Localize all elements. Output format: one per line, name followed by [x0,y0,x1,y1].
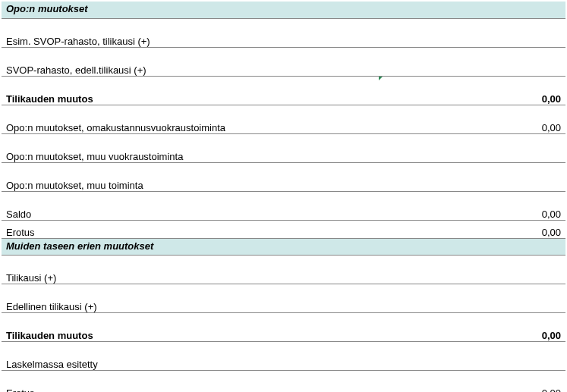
value-svop-tilikausi[interactable] [379,18,565,47]
row-saldo: Saldo 0,00 [2,191,565,220]
value-erotus-2: 0,00 [379,370,565,392]
error-indicator-icon [379,77,383,80]
label-svop-edell: SVOP-rahasto, edell.tilikausi (+) [2,47,379,76]
section2-header: Muiden taseen erien muutokset [2,238,379,255]
value-saldo: 0,00 [379,191,565,220]
row-edellinen-tilikausi: Edellinen tilikausi (+) [2,284,565,312]
label-saldo: Saldo [2,191,379,220]
row-erotus-2: Erotus 0,00 [2,370,565,392]
label-laskelmassa: Laskelmassa esitetty [2,341,379,370]
value-laskelmassa[interactable] [379,341,565,370]
value-tilikauden-muutos-1: 0,00 [379,76,565,105]
value-edellinen-tilikausi[interactable] [379,284,565,312]
row-tilikauden-muutos-1: Tilikauden muutos 0,00 [2,76,565,105]
label-erotus-2: Erotus [2,370,379,392]
value-opo-muu-vuokraus[interactable] [379,133,565,162]
label-tilikausi-plus: Tilikausi (+) [2,255,379,284]
row-tilikausi-plus: Tilikausi (+) [2,255,565,284]
value-tilikauden-muutos-2: 0,00 [379,312,565,341]
label-tilikauden-muutos-2: Tilikauden muutos [2,312,379,341]
row-erotus-1: Erotus 0,00 [2,220,565,238]
finance-table: Opo:n muutokset Esim. SVOP-rahasto, tili… [2,2,565,392]
row-opo-muu-toiminta: Opo:n muutokset, muu toiminta [2,162,565,191]
row-laskelmassa: Laskelmassa esitetty [2,341,565,370]
label-erotus-1: Erotus [2,220,379,238]
value-svop-edell[interactable] [379,47,565,76]
row-svop-tilikausi: Esim. SVOP-rahasto, tilikausi (+) [2,18,565,47]
row-svop-edell: SVOP-rahasto, edell.tilikausi (+) [2,47,565,76]
section2-header-value [379,238,565,255]
label-svop-tilikausi: Esim. SVOP-rahasto, tilikausi (+) [2,18,379,47]
section1-header-value [379,2,565,18]
row-opo-omakustannus: Opo:n muutokset, omakustannusvuokraustoi… [2,105,565,133]
section1-header: Opo:n muutokset [2,2,379,18]
value-opo-omakustannus[interactable]: 0,00 [379,105,565,133]
label-tilikauden-muutos-1: Tilikauden muutos [2,76,379,105]
label-opo-muu-toiminta: Opo:n muutokset, muu toiminta [2,162,379,191]
section1-header-row: Opo:n muutokset [2,2,565,18]
value-opo-muu-toiminta[interactable] [379,162,565,191]
label-edellinen-tilikausi: Edellinen tilikausi (+) [2,284,379,312]
row-opo-muu-vuokraus: Opo:n muutokset, muu vuokraustoiminta [2,133,565,162]
row-tilikauden-muutos-2: Tilikauden muutos 0,00 [2,312,565,341]
value-tilikausi-plus[interactable] [379,255,565,284]
label-opo-muu-vuokraus: Opo:n muutokset, muu vuokraustoiminta [2,133,379,162]
section2-header-row: Muiden taseen erien muutokset [2,238,565,255]
label-opo-omakustannus: Opo:n muutokset, omakustannusvuokraustoi… [2,105,379,133]
value-erotus-1: 0,00 [379,220,565,238]
